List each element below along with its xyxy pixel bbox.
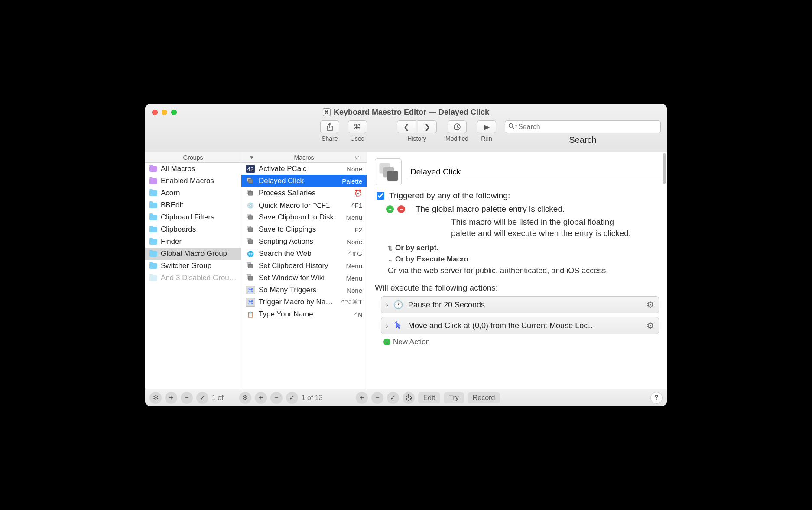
run-button[interactable]: ▶: [477, 120, 496, 133]
groups-enable-button[interactable]: ✓: [196, 392, 208, 404]
folder-icon: [149, 275, 157, 281]
group-row[interactable]: Enabled Macros: [145, 175, 241, 187]
actions-remove-button[interactable]: －: [371, 392, 383, 404]
group-row[interactable]: BBEdit: [145, 199, 241, 211]
actions-enable-button[interactable]: ✓: [387, 392, 399, 404]
macro-shortcut: ^N: [354, 311, 362, 318]
macros-enable-button[interactable]: ✓: [286, 392, 298, 404]
macro-icon: [246, 237, 255, 246]
updown-icon: ⇅: [388, 245, 393, 252]
groups-gear-button[interactable]: ✻: [149, 392, 162, 404]
folder-icon: [149, 203, 157, 208]
macro-name: Set Clipboard History: [259, 261, 342, 270]
macro-row[interactable]: Set Window for WikiMenu: [241, 272, 367, 284]
macro-row[interactable]: 42Activate PCalcNone: [241, 163, 367, 175]
group-row[interactable]: Global Macro Group: [145, 248, 241, 260]
actions-add-button[interactable]: ＋: [356, 392, 368, 404]
macro-icon: [246, 177, 255, 185]
detail-scroll[interactable]: Triggered by any of the following: + − T…: [367, 152, 667, 389]
groups-add-button[interactable]: ＋: [165, 392, 177, 404]
group-row[interactable]: And 3 Disabled Groups: [145, 272, 241, 284]
history-fwd-button[interactable]: ❯: [418, 120, 437, 133]
chevron-down-icon: ⌄: [388, 256, 393, 263]
macro-icon: [246, 213, 255, 222]
used-button[interactable]: ⌘: [348, 120, 367, 133]
group-row[interactable]: Clipboards: [145, 223, 241, 236]
macro-row[interactable]: Process Sallaries⏰: [241, 187, 367, 199]
macro-row[interactable]: Save to ClippingsF2: [241, 223, 367, 236]
macro-icon: 📋: [246, 310, 255, 319]
macros-remove-button[interactable]: －: [270, 392, 283, 404]
or-via-web: Or via the web server for public, authen…: [388, 266, 659, 275]
group-name: And 3 Disabled Groups: [161, 274, 237, 282]
search-input[interactable]: [505, 120, 661, 133]
scrollbar[interactable]: [663, 153, 666, 184]
gear-icon[interactable]: ⚙: [646, 320, 654, 331]
groups-header[interactable]: Groups: [145, 152, 241, 163]
macro-row[interactable]: Set Clipboard HistoryMenu: [241, 260, 367, 272]
macro-row[interactable]: 🌐Search the Web^⇧G: [241, 248, 367, 260]
groups-count: 1 of: [212, 394, 224, 402]
or-by-execute-toggle[interactable]: ⌄ Or by Execute Macro: [388, 255, 659, 264]
macro-icon: [246, 225, 255, 234]
modified-label: Modified: [445, 135, 468, 142]
group-row[interactable]: Switcher Group: [145, 260, 241, 272]
group-row[interactable]: Finder: [145, 236, 241, 248]
modified-button[interactable]: [448, 120, 467, 133]
macro-row[interactable]: 💿Quick Macro for ⌥F1^F1: [241, 199, 367, 211]
group-row[interactable]: Acorn: [145, 187, 241, 199]
or-by-script-toggle[interactable]: ⇅ Or by script.: [388, 244, 659, 252]
action-label: Pause for 20 Seconds: [408, 300, 642, 310]
macros-count: 1 of 13: [302, 394, 323, 402]
macro-row[interactable]: ⌘So Many TriggersNone: [241, 284, 367, 296]
disclosure-icon[interactable]: ›: [386, 321, 388, 330]
add-trigger-button[interactable]: +: [386, 205, 394, 213]
macro-shortcut: Menu: [346, 262, 362, 270]
macro-shortcut: ^F1: [351, 202, 362, 209]
action-icon: [393, 320, 404, 331]
search-label: Search: [569, 135, 596, 145]
new-action-button[interactable]: + New Action: [383, 338, 659, 346]
triggered-checkbox[interactable]: [377, 192, 384, 200]
macro-row[interactable]: ⌘Trigger Macro by Na…^⌥⌘T: [241, 296, 367, 308]
group-name: Enabled Macros: [161, 177, 237, 185]
help-button[interactable]: ?: [650, 392, 663, 404]
folder-icon: [149, 263, 157, 269]
history-back-button[interactable]: ❮: [397, 120, 416, 133]
trigger-description: This macro will be listed in the global …: [451, 216, 659, 239]
action-row[interactable]: ›🕐Pause for 20 Seconds⚙: [381, 296, 659, 313]
share-label: Share: [322, 135, 338, 142]
record-button[interactable]: Record: [468, 392, 500, 403]
macros-gear-button[interactable]: ✻: [239, 392, 251, 404]
svg-point-1: [509, 124, 513, 127]
svg-rect-8: [248, 216, 253, 219]
macro-shortcut: Palette: [342, 178, 362, 185]
remove-trigger-button[interactable]: −: [397, 205, 405, 213]
macro-row[interactable]: Save Clipboard to DiskMenu: [241, 211, 367, 223]
run-label: Run: [481, 135, 492, 142]
try-button[interactable]: Try: [444, 392, 464, 403]
svg-rect-14: [248, 264, 253, 268]
macro-row[interactable]: Delayed ClickPalette: [241, 175, 367, 187]
macros-add-button[interactable]: ＋: [255, 392, 267, 404]
folder-icon: [149, 166, 157, 172]
actions-header: Will execute the following actions:: [375, 283, 659, 293]
groups-remove-button[interactable]: －: [181, 392, 193, 404]
group-row[interactable]: All Macros: [145, 163, 241, 175]
action-row[interactable]: ›Move and Click at (0,0) from the Curren…: [381, 317, 659, 334]
macros-header[interactable]: ▼ Macros ▽: [241, 152, 367, 163]
disclosure-icon[interactable]: ›: [386, 300, 388, 310]
gear-icon[interactable]: ⚙: [646, 300, 654, 310]
macro-name-input[interactable]: [407, 165, 659, 179]
macros-column: ▼ Macros ▽ 42Activate PCalcNoneDelayed C…: [241, 152, 367, 389]
group-row[interactable]: Clipboard Filters: [145, 211, 241, 223]
app-icon: ⌘: [323, 108, 331, 116]
macro-name: Activate PCalc: [259, 165, 343, 173]
macro-row[interactable]: Scripting ActionsNone: [241, 236, 367, 248]
macro-row[interactable]: 📋Type Your Name^N: [241, 308, 367, 320]
actions-power-button[interactable]: ⏻: [403, 392, 415, 404]
macro-large-icon[interactable]: [375, 158, 402, 185]
triggered-checkbox-row[interactable]: Triggered by any of the following:: [375, 190, 659, 201]
share-button[interactable]: [320, 120, 339, 133]
edit-button[interactable]: Edit: [418, 392, 441, 403]
